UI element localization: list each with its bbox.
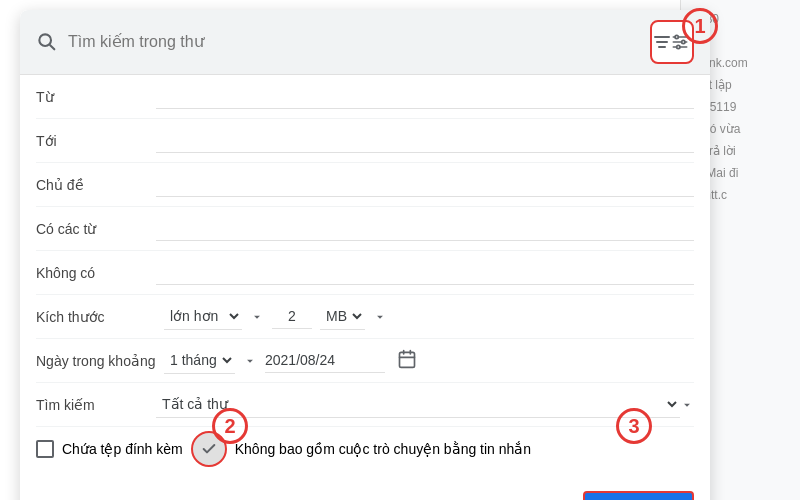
input-date[interactable]: [265, 348, 385, 373]
input-toi[interactable]: [156, 128, 694, 153]
row-co-cac-tu: Có các từ: [36, 207, 694, 251]
row-tu: Từ: [36, 75, 694, 119]
label-tim-kiem: Tìm kiếm: [36, 397, 156, 413]
search-button[interactable]: Tìm kiếm: [583, 491, 694, 500]
chevron-down-period-icon: [243, 354, 257, 368]
label-kich-thuoc: Kích thước: [36, 309, 156, 325]
svg-point-0: [39, 34, 51, 46]
label-co-cac-tu: Có các từ: [36, 221, 156, 237]
input-size-number[interactable]: [272, 304, 312, 329]
row-tim-kiem: Tìm kiếm Tất cả thư Hộp thư đến Đã gửi T…: [36, 383, 694, 427]
label-toi: Tới: [36, 133, 156, 149]
search-panel: Từ Tới Chủ đề Có các từ Không có Kích th…: [20, 10, 710, 500]
attach-checkbox[interactable]: [36, 440, 54, 458]
no-chat-label: Không bao gồm cuộc trò chuyện bằng tin n…: [235, 441, 531, 457]
label-ngay: Ngày trong khoảng: [36, 353, 156, 369]
label-khong-co: Không có: [36, 265, 156, 281]
form-body: Từ Tới Chủ đề Có các từ Không có Kích th…: [20, 75, 710, 483]
row-khong-co: Không có: [36, 251, 694, 295]
chevron-down-unit-icon: [373, 310, 387, 324]
input-co-cac-tu[interactable]: [156, 216, 694, 241]
chevron-down-search-icon: [680, 398, 694, 412]
label-tu: Từ: [36, 89, 156, 105]
svg-line-1: [50, 45, 54, 49]
search-input[interactable]: [68, 33, 642, 51]
row-ngay: Ngày trong khoảng 1 tháng 3 tháng 6 thán…: [36, 339, 694, 383]
red-label-2: 2: [212, 408, 248, 444]
filter-icon: [654, 36, 670, 48]
select-size-unit[interactable]: MB KB GB: [320, 303, 365, 330]
svg-point-5: [675, 35, 678, 38]
search-bar: [20, 10, 710, 75]
svg-point-6: [682, 40, 685, 43]
red-label-3: 3: [616, 408, 652, 444]
input-chu-de[interactable]: [156, 172, 694, 197]
attach-label: Chứa tệp đính kèm: [62, 441, 183, 457]
row-chu-de: Chủ đề: [36, 163, 694, 207]
chevron-down-operator-icon: [250, 310, 264, 324]
svg-rect-8: [400, 352, 415, 367]
select-period[interactable]: 1 tháng 3 tháng 6 tháng 1 năm: [164, 347, 235, 374]
row-toi: Tới: [36, 119, 694, 163]
red-label-1: 1: [682, 8, 718, 44]
input-tu[interactable]: [156, 84, 694, 109]
row-checkbox: Chứa tệp đính kèm Không bao gồm cuộc trò…: [36, 427, 694, 471]
select-operator[interactable]: lớn hơn nhỏ hơn bằng: [164, 303, 242, 330]
calendar-button[interactable]: [393, 345, 421, 376]
label-chu-de: Chủ đề: [36, 177, 156, 193]
svg-point-7: [677, 45, 680, 48]
row-kich-thuoc: Kích thước lớn hơn nhỏ hơn bằng MB KB GB: [36, 295, 694, 339]
input-khong-co[interactable]: [156, 260, 694, 285]
search-icon: [36, 31, 56, 54]
bottom-action-row: Tạo bộ lọc Tìm kiếm: [20, 483, 710, 500]
